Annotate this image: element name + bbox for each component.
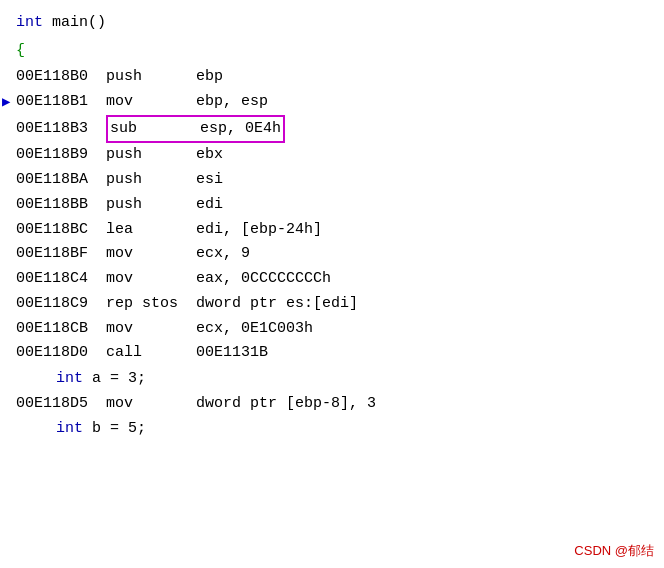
mnem-00e118bb: push xyxy=(106,193,196,218)
asm-row-00e118c9: 00E118C9rep stosdword ptr es:[edi] xyxy=(16,292,648,317)
keyword-int-b: int xyxy=(56,420,83,437)
addr-00e118c4: 00E118C4 xyxy=(16,267,106,292)
op-00e118b1: ebp, esp xyxy=(196,90,268,115)
asm-row-00e118b9: 00E118B9pushebx xyxy=(16,143,648,168)
mnem-00e118b3: sub xyxy=(110,117,200,142)
function-name: main() xyxy=(52,14,106,31)
op-00e118bb: edi xyxy=(196,193,223,218)
mnem-00e118c4: mov xyxy=(106,267,196,292)
asm-row-00e118bf: 00E118BFmovecx, 9 xyxy=(16,242,648,267)
op-00e118bf: ecx, 9 xyxy=(196,242,250,267)
mnem-00e118b1: mov xyxy=(106,90,196,115)
mnem-00e118c9: rep stos xyxy=(106,292,196,317)
asm-row-00e118d0: 00E118D0call00E1131B xyxy=(16,341,648,366)
mnem-00e118ba: push xyxy=(106,168,196,193)
var-a-decl: a = 3; xyxy=(92,370,146,387)
asm-row-e118d5: 00E118D5 mov dword ptr [ebp-8], 3 xyxy=(16,392,648,417)
addr-00e118bc: 00E118BC xyxy=(16,218,106,243)
source-line-b: int b = 5; xyxy=(16,416,648,442)
function-header: int main() xyxy=(16,10,648,36)
addr-00e118bf: 00E118BF xyxy=(16,242,106,267)
op-00e118d0: 00E1131B xyxy=(196,341,268,366)
op-00e118b0: ebp xyxy=(196,65,223,90)
asm-row-00e118bb: 00E118BBpushedi xyxy=(16,193,648,218)
op-00e118b9: ebx xyxy=(196,143,223,168)
asm-row-00e118ba: 00E118BApushesi xyxy=(16,168,648,193)
keyword-int-a: int xyxy=(56,370,83,387)
addr-00e118b1: 00E118B1 xyxy=(16,90,106,115)
source-line-a: int a = 3; xyxy=(16,366,648,392)
op-00e118c9: dword ptr es:[edi] xyxy=(196,292,358,317)
code-container: int main() { 00E118B0pushebp▶00E118B1mov… xyxy=(0,0,664,568)
watermark: CSDN @郁结 xyxy=(574,542,654,560)
op-e118d5: dword ptr [ebp-8], 3 xyxy=(196,392,376,417)
keyword-int: int xyxy=(16,14,43,31)
addr-00e118cb: 00E118CB xyxy=(16,317,106,342)
mnem-00e118b9: push xyxy=(106,143,196,168)
asm-row-00e118cb: 00E118CBmovecx, 0E1C003h xyxy=(16,317,648,342)
addr-00e118c9: 00E118C9 xyxy=(16,292,106,317)
asm-row-00e118c4: 00E118C4moveax, 0CCCCCCCCh xyxy=(16,267,648,292)
mnem-00e118cb: mov xyxy=(106,317,196,342)
highlighted-instruction: subesp, 0E4h xyxy=(106,115,285,144)
asm-row-00e118b1: ▶00E118B1movebp, esp xyxy=(16,90,648,115)
open-brace: { xyxy=(16,38,648,64)
op-00e118b3: esp, 0E4h xyxy=(200,117,281,142)
addr-00e118ba: 00E118BA xyxy=(16,168,106,193)
current-instruction-arrow: ▶ xyxy=(2,91,10,114)
op-00e118cb: ecx, 0E1C003h xyxy=(196,317,313,342)
addr-00e118d0: 00E118D0 xyxy=(16,341,106,366)
asm-row-00e118bc: 00E118BCleaedi, [ebp-24h] xyxy=(16,218,648,243)
asm-row-00e118b0: 00E118B0pushebp xyxy=(16,65,648,90)
mnem-e118d5: mov xyxy=(106,392,196,417)
addr-00e118bb: 00E118BB xyxy=(16,193,106,218)
mnem-00e118bf: mov xyxy=(106,242,196,267)
mnem-00e118bc: lea xyxy=(106,218,196,243)
asm-row-00e118b3: 00E118B3subesp, 0E4h xyxy=(16,115,648,144)
op-00e118c4: eax, 0CCCCCCCCh xyxy=(196,267,331,292)
op-00e118bc: edi, [ebp-24h] xyxy=(196,218,322,243)
mnem-00e118d0: call xyxy=(106,341,196,366)
addr-e118d5: 00E118D5 xyxy=(16,392,106,417)
addr-00e118b3: 00E118B3 xyxy=(16,117,106,142)
op-00e118ba: esi xyxy=(196,168,223,193)
addr-00e118b0: 00E118B0 xyxy=(16,65,106,90)
mnem-00e118b0: push xyxy=(106,65,196,90)
var-b-decl: b = 5; xyxy=(92,420,146,437)
addr-00e118b9: 00E118B9 xyxy=(16,143,106,168)
